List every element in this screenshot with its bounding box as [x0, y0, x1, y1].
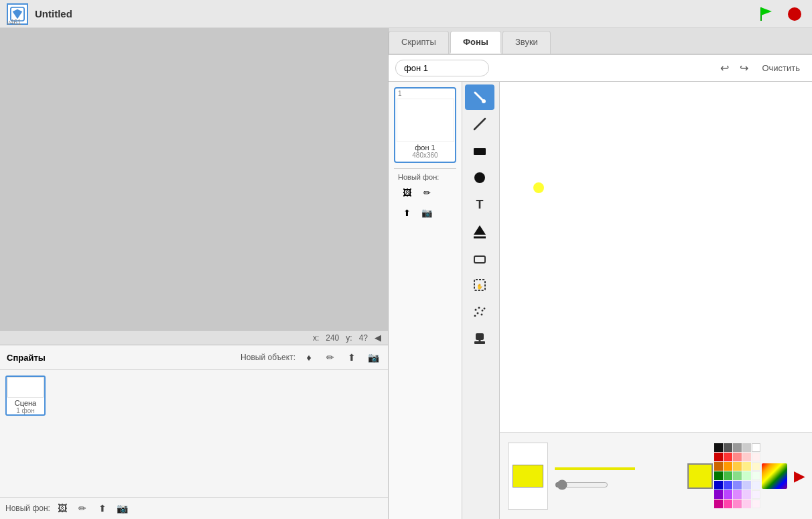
- backdrop-name: фон 1: [395, 143, 455, 152]
- color-lightpink[interactable]: [733, 500, 742, 508]
- color-blue[interactable]: [724, 481, 732, 489]
- color-palered[interactable]: [742, 453, 751, 461]
- color-darkpurple[interactable]: [714, 490, 723, 499]
- color-lightblue[interactable]: [733, 481, 742, 489]
- color-palepurple[interactable]: [742, 490, 751, 499]
- color-vpaleorange[interactable]: [752, 462, 760, 471]
- new-backdrop-upload2-button[interactable]: ⬆: [398, 204, 415, 221]
- color-vpalegreen[interactable]: [752, 471, 760, 480]
- new-sprite-paint-button[interactable]: ♦: [301, 349, 317, 365]
- color-row-green: [714, 471, 760, 480]
- svg-point-20: [474, 315, 476, 317]
- color-paleorange[interactable]: [742, 462, 751, 471]
- svg-rect-21: [476, 333, 484, 340]
- redo-button[interactable]: ↪: [737, 59, 751, 77]
- backdrop-paint-button[interactable]: 🖼: [54, 500, 70, 516]
- select-tool[interactable]: ✋: [465, 272, 494, 298]
- y-value: 4?: [359, 333, 368, 343]
- drawing-canvas[interactable]: [500, 82, 812, 432]
- color-lightgray[interactable]: [742, 443, 751, 452]
- scene-label: Сцена: [15, 399, 36, 407]
- fill-tool[interactable]: [465, 219, 494, 244]
- select-icon: ✋: [472, 278, 487, 292]
- selected-color-swatch[interactable]: [687, 463, 713, 489]
- line-icon: [472, 117, 487, 131]
- color-palepink[interactable]: [742, 500, 751, 508]
- undo-button[interactable]: ↩: [718, 59, 732, 77]
- tab-scripts[interactable]: Скрипты: [389, 31, 449, 54]
- main-area: x: 240 y: 4? ◀ Спрайты Новый объект: ♦ ✏…: [0, 28, 812, 519]
- color-pink[interactable]: [724, 500, 732, 508]
- tab-backdrops[interactable]: Фоны: [450, 31, 501, 54]
- tab-sounds[interactable]: Звуки: [502, 31, 551, 54]
- new-backdrop-pencil-button[interactable]: ✏: [418, 184, 435, 201]
- fill-icon: [472, 224, 487, 239]
- color-darkblue[interactable]: [714, 481, 723, 489]
- rect-tool[interactable]: [465, 138, 494, 164]
- stamp-tool[interactable]: [465, 326, 494, 351]
- text-tool[interactable]: T: [465, 192, 494, 217]
- color-row-pink: [714, 500, 760, 508]
- tabs: Скрипты Фоны Звуки: [389, 28, 812, 55]
- color-darkpink[interactable]: [714, 500, 723, 508]
- scene-thumbnail[interactable]: Сцена 1 фон: [5, 376, 46, 416]
- color-paleblue[interactable]: [742, 481, 751, 489]
- version-label: v461: [7, 19, 21, 26]
- color-darkorange[interactable]: [714, 462, 723, 471]
- collapse-stage-button[interactable]: ◀: [375, 333, 381, 343]
- brush-size-slider[interactable]: [555, 479, 608, 490]
- new-sprite-upload-button[interactable]: ⬆: [344, 349, 360, 365]
- active-color-swatch[interactable]: [513, 465, 543, 487]
- color-darkred[interactable]: [714, 453, 723, 461]
- svg-point-18: [481, 314, 483, 316]
- topbar: Untitled v461: [0, 0, 812, 28]
- color-vpalered[interactable]: [752, 453, 760, 461]
- backdrop-pencil-button[interactable]: ✏: [74, 500, 90, 516]
- ellipse-tool[interactable]: [465, 165, 494, 190]
- color-lightpurple[interactable]: [733, 490, 742, 499]
- drawing-area: ▶: [500, 82, 812, 519]
- brush-tool[interactable]: [465, 84, 494, 110]
- new-backdrop-camera2-button[interactable]: 📷: [418, 204, 435, 221]
- editor-body: 1 фон 1 480x360 Новый фон: 🖼 ✏ ⬆ 📷: [389, 82, 812, 519]
- eraser-tool[interactable]: [465, 245, 494, 271]
- color-black[interactable]: [714, 443, 723, 452]
- green-flag-button[interactable]: [756, 3, 777, 25]
- new-sprite-camera-button[interactable]: 📷: [365, 349, 381, 365]
- stamp-icon: [472, 331, 487, 346]
- backdrop-upload-button[interactable]: ⬆: [94, 500, 111, 516]
- svg-point-14: [475, 309, 477, 311]
- new-backdrop-image-button[interactable]: 🖼: [398, 184, 415, 201]
- new-sprite-pencil-button[interactable]: ✏: [322, 349, 338, 365]
- stop-button[interactable]: [784, 3, 805, 25]
- color-lightgreen[interactable]: [733, 471, 742, 480]
- backdrop-name-input[interactable]: [395, 60, 489, 76]
- rainbow-color-button[interactable]: [762, 463, 787, 489]
- backdrop-item[interactable]: 1 фон 1 480x360: [394, 87, 456, 163]
- color-white[interactable]: [752, 443, 760, 452]
- color-vpalepink[interactable]: [752, 500, 760, 508]
- color-orange[interactable]: [724, 462, 732, 471]
- color-lightred[interactable]: [733, 453, 742, 461]
- line-tool[interactable]: [465, 111, 494, 137]
- scatter-tool[interactable]: [465, 299, 494, 325]
- svg-marker-2: [761, 7, 772, 15]
- new-backdrop-bottom: Новый фон: 🖼 ✏ ⬆ 📷: [0, 497, 388, 519]
- red-arrow-button[interactable]: ▶: [794, 468, 804, 484]
- color-vpalepurple[interactable]: [752, 490, 760, 499]
- color-vpaleblue[interactable]: [752, 481, 760, 489]
- backdrop-camera-button[interactable]: 📷: [115, 500, 131, 516]
- eraser-icon: [472, 251, 487, 266]
- clear-button[interactable]: Очистить: [756, 60, 805, 76]
- color-green[interactable]: [724, 471, 732, 480]
- stage-area: x: 240 y: 4? ◀ Спрайты Новый объект: ♦ ✏…: [0, 28, 389, 519]
- color-lightorange[interactable]: [733, 462, 742, 471]
- large-color-swatch[interactable]: [508, 443, 548, 510]
- svg-rect-22: [474, 341, 485, 344]
- color-red[interactable]: [724, 453, 732, 461]
- color-gray[interactable]: [733, 443, 742, 452]
- color-darkgreen[interactable]: [714, 471, 723, 480]
- color-purple[interactable]: [724, 490, 732, 499]
- color-palegreen[interactable]: [742, 471, 751, 480]
- color-darkgray[interactable]: [724, 443, 732, 452]
